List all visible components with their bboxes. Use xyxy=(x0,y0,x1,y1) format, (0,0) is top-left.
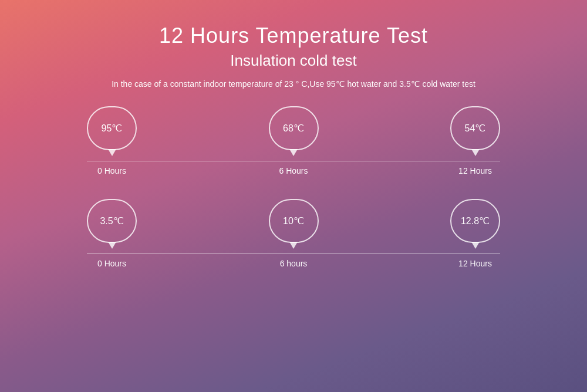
subtitle: Insulation cold test xyxy=(230,52,356,70)
hot-temp-1: 68℃ xyxy=(269,106,319,150)
hot-timeline xyxy=(87,161,500,161)
cold-labels-row: 0 Hours 6 hours 12 Hours xyxy=(87,259,500,268)
hot-bubble-1: 68℃ xyxy=(269,106,319,156)
cold-temp-1: 10℃ xyxy=(269,199,319,243)
page-background: 12 Hours Temperature Test Insulation col… xyxy=(0,0,587,392)
description-text: In the case of a constant indoor tempera… xyxy=(112,79,475,89)
hot-temp-0: 95℃ xyxy=(87,106,137,150)
hot-label-1: 6 Hours xyxy=(269,166,319,175)
cold-test-section: 3.5℃ 10℃ 12.8℃ 0 Hours 6 hours 12 Hours xyxy=(35,199,552,268)
hot-temp-2: 54℃ xyxy=(450,106,500,150)
cold-label-2: 12 Hours xyxy=(450,259,500,268)
hot-labels-row: 0 Hours 6 Hours 12 Hours xyxy=(87,166,500,175)
cold-bubble-0: 3.5℃ xyxy=(87,199,137,249)
cold-bubble-2: 12.8℃ xyxy=(450,199,500,249)
cold-bubbles-row: 3.5℃ 10℃ 12.8℃ xyxy=(87,199,500,249)
cold-bubble-1: 10℃ xyxy=(269,199,319,249)
hot-label-0: 0 Hours xyxy=(87,166,137,175)
hot-label-2: 12 Hours xyxy=(450,166,500,175)
cold-label-0: 0 Hours xyxy=(87,259,137,268)
main-title: 12 Hours Temperature Test xyxy=(159,23,428,48)
cold-timeline xyxy=(87,254,500,254)
hot-bubbles-row: 95℃ 68℃ 54℃ xyxy=(87,106,500,156)
cold-temp-2: 12.8℃ xyxy=(450,199,500,243)
hot-bubble-0: 95℃ xyxy=(87,106,137,156)
cold-label-1: 6 hours xyxy=(269,259,319,268)
hot-bubble-2: 54℃ xyxy=(450,106,500,156)
cold-temp-0: 3.5℃ xyxy=(87,199,137,243)
hot-test-section: 95℃ 68℃ 54℃ 0 Hours 6 Hours 12 Hours xyxy=(35,106,552,175)
